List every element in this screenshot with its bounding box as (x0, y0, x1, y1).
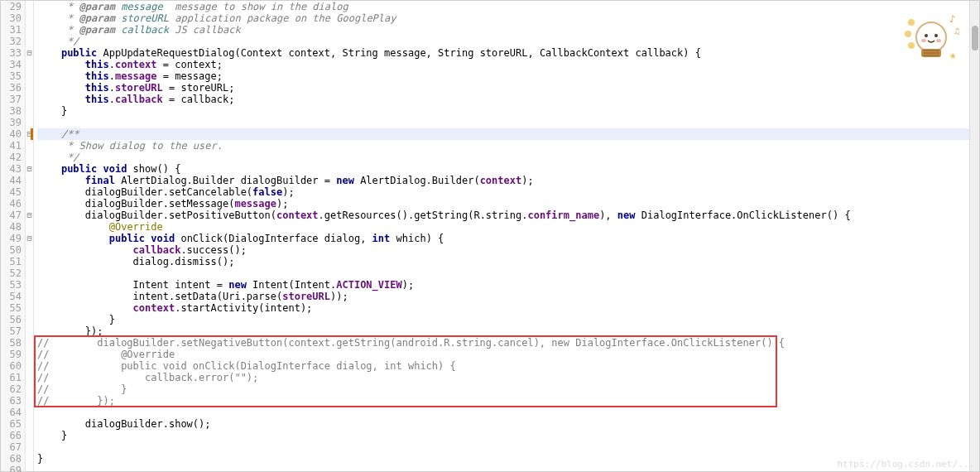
code-area[interactable]: * @param message message to show in the … (34, 1, 969, 471)
change-marker (31, 128, 33, 140)
line-number: 46 (1, 198, 22, 210)
fold-handle (26, 82, 33, 94)
fold-handle (26, 140, 33, 152)
code-line[interactable]: this.context = context; (37, 59, 969, 70)
line-number: 55 (1, 302, 22, 314)
code-line[interactable]: // }); (37, 395, 969, 407)
line-number: 44 (1, 175, 22, 186)
code-line[interactable] (37, 441, 969, 453)
line-number: 45 (1, 186, 22, 198)
code-line[interactable]: // public void onClick(DialogInterface d… (37, 360, 969, 372)
fold-handle (26, 314, 33, 325)
code-line[interactable]: // } (37, 383, 969, 395)
line-number: 47 (1, 210, 22, 221)
fold-handle (26, 360, 33, 372)
code-line[interactable]: } (37, 453, 969, 465)
code-line[interactable]: final AlertDialog.Builder dialogBuilder … (37, 175, 969, 186)
fold-handle (26, 244, 33, 256)
fold-handle (26, 325, 33, 337)
fold-handle[interactable]: ⊟ (26, 210, 33, 221)
fold-handle (26, 291, 33, 302)
line-number: 67 (1, 441, 22, 453)
code-line[interactable]: context.startActivity(intent); (37, 302, 969, 314)
code-line[interactable]: @Override (37, 221, 969, 233)
code-line[interactable]: * @param storeURL application package on… (37, 12, 969, 24)
fold-handle (26, 1, 33, 12)
code-line[interactable]: } (37, 314, 969, 325)
code-line[interactable]: public AppUpdateRequestDialog(Context co… (37, 47, 969, 59)
line-number: 33 (1, 47, 22, 59)
code-line[interactable]: } (37, 430, 969, 441)
code-line[interactable]: * Show dialog to the user. (37, 140, 969, 152)
line-number: 51 (1, 256, 22, 267)
fold-handle (26, 372, 33, 383)
line-number: 58 (1, 337, 22, 349)
line-number: 40 (1, 128, 22, 140)
code-line[interactable]: Intent intent = new Intent(Intent.ACTION… (37, 279, 969, 291)
code-line[interactable]: public void onClick(DialogInterface dial… (37, 233, 969, 244)
code-line[interactable]: */ (37, 36, 969, 47)
fold-handle (26, 279, 33, 291)
fold-handle (26, 175, 33, 186)
code-line[interactable]: // callback.error(""); (37, 372, 969, 383)
code-line[interactable]: dialogBuilder.show(); (37, 418, 969, 430)
code-line[interactable] (37, 465, 969, 472)
line-number: 57 (1, 325, 22, 337)
code-line[interactable]: * @param message message to show in the … (37, 1, 969, 12)
line-number: 30 (1, 12, 22, 24)
fold-handle (26, 12, 33, 24)
fold-handle (26, 302, 33, 314)
line-number: 66 (1, 430, 22, 441)
code-line[interactable]: /** (37, 128, 969, 140)
line-number: 65 (1, 418, 22, 430)
code-line[interactable]: dialog.dismiss(); (37, 256, 969, 267)
fold-handle (26, 186, 33, 198)
line-number: 38 (1, 105, 22, 117)
code-line[interactable] (37, 117, 969, 128)
fold-handle (26, 337, 33, 349)
fold-handle (26, 198, 33, 210)
code-line[interactable] (37, 267, 969, 279)
code-line[interactable]: this.callback = callback; (37, 94, 969, 105)
code-editor[interactable]: 2930313233343536373839404142434445464748… (0, 0, 980, 472)
vertical-scrollbar[interactable] (969, 1, 979, 471)
code-line[interactable]: intent.setData(Uri.parse(storeURL)); (37, 291, 969, 302)
line-number: 53 (1, 279, 22, 291)
code-line[interactable]: // dialogBuilder.setNegativeButton(conte… (37, 337, 969, 349)
code-line[interactable]: this.storeURL = storeURL; (37, 82, 969, 94)
fold-handle (26, 70, 33, 82)
fold-handle (26, 267, 33, 279)
code-line[interactable]: callback.success(); (37, 244, 969, 256)
line-number: 34 (1, 59, 22, 70)
code-line[interactable]: } (37, 105, 969, 117)
code-line[interactable]: dialogBuilder.setPositiveButton(context.… (37, 210, 969, 221)
code-line[interactable]: }); (37, 325, 969, 337)
line-number: 43 (1, 163, 22, 175)
code-line[interactable]: */ (37, 152, 969, 163)
fold-handle (26, 418, 33, 430)
line-number: 39 (1, 117, 22, 128)
line-number: 42 (1, 152, 22, 163)
fold-handle[interactable]: ⊟ (26, 163, 33, 175)
line-number: 60 (1, 360, 22, 372)
fold-column[interactable]: ⊟⊟⊟⊟⊟ (26, 1, 34, 471)
fold-handle[interactable]: ⊟ (26, 233, 33, 244)
fold-handle[interactable]: ⊟ (26, 47, 33, 59)
code-line[interactable]: * @param callback JS callback (37, 24, 969, 36)
fold-handle (26, 152, 33, 163)
line-number: 61 (1, 372, 22, 383)
code-line[interactable] (37, 407, 969, 418)
line-number: 56 (1, 314, 22, 325)
code-line[interactable]: this.message = message; (37, 70, 969, 82)
code-line[interactable]: dialogBuilder.setMessage(message); (37, 198, 969, 210)
line-number: 37 (1, 94, 22, 105)
line-number: 68 (1, 453, 22, 465)
line-number: 48 (1, 221, 22, 233)
code-line[interactable]: public void show() { (37, 163, 969, 175)
line-number: 62 (1, 383, 22, 395)
line-number: 41 (1, 140, 22, 152)
line-number: 32 (1, 36, 22, 47)
line-number: 59 (1, 349, 22, 360)
code-line[interactable]: dialogBuilder.setCancelable(false); (37, 186, 969, 198)
code-line[interactable]: // @Override (37, 349, 969, 360)
